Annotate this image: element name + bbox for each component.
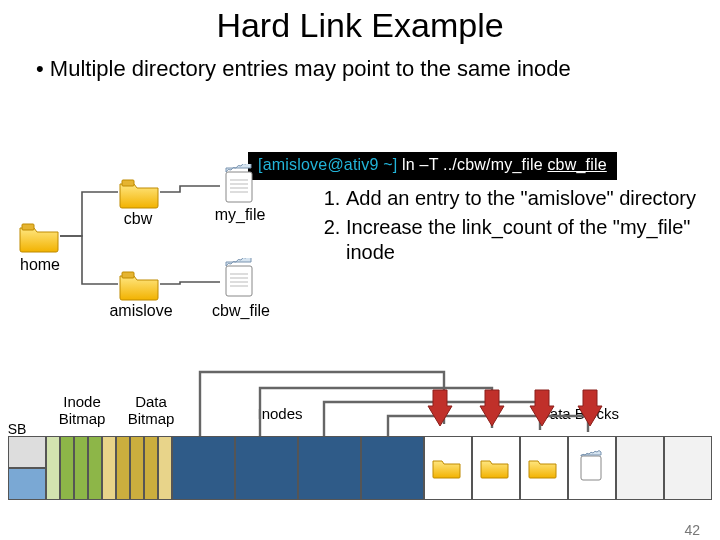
tree-lines <box>18 160 328 360</box>
svg-rect-13 <box>581 456 601 480</box>
file-cbwfile-label: cbw_file <box>208 302 274 320</box>
data-notepad-icon <box>578 450 604 484</box>
disk-layout: SB Inode Bitmap Data Bitmap Inodes Data … <box>8 436 712 500</box>
file-myfile-label: my_file <box>210 206 270 224</box>
data-bitmap-cells <box>102 436 172 500</box>
inode-bitmap-label: Inode Bitmap <box>52 394 112 427</box>
data-block-cells <box>424 436 712 500</box>
data-folder-1-icon <box>432 454 462 480</box>
data-folder-3-icon <box>528 454 558 480</box>
slide-title: Hard Link Example <box>0 6 720 45</box>
terminal-arg: cbw_file <box>547 156 606 173</box>
svg-rect-2 <box>122 272 134 278</box>
folder-home-label: home <box>16 256 64 274</box>
bullet-main: Multiple directory entries may point to … <box>36 55 690 83</box>
terminal-cmd: ln –T ../cbw/my_file <box>397 156 547 173</box>
folder-cbw-label: cbw <box>114 210 162 228</box>
step-2: Increase the link_count of the "my_file"… <box>346 215 700 265</box>
sb-cell <box>8 468 46 500</box>
svg-rect-0 <box>22 224 34 230</box>
inodes-cells <box>172 436 424 500</box>
step-1: Add an entry to the "amislove" directory <box>346 186 700 211</box>
folder-home-icon <box>18 218 60 254</box>
inode-bitmap-cells <box>46 436 102 500</box>
folder-amislove-icon <box>118 266 160 302</box>
file-cbwfile-icon <box>222 258 256 300</box>
data-blocks-label: Data Blocks <box>534 406 624 423</box>
folder-cbw-icon <box>118 174 160 210</box>
svg-rect-8 <box>226 266 252 296</box>
inodes-label: Inodes <box>250 406 310 423</box>
file-myfile-icon <box>222 164 256 206</box>
file-tree: home cbw amislove my_file <box>18 160 328 360</box>
sb-top <box>8 436 46 468</box>
page-number: 42 <box>684 522 700 538</box>
folder-amislove-label: amislove <box>106 302 176 320</box>
data-bitmap-label: Data Bitmap <box>120 394 182 427</box>
svg-rect-1 <box>122 180 134 186</box>
steps-list: Add an entry to the "amislove" directory… <box>320 186 700 269</box>
svg-rect-3 <box>226 172 252 202</box>
data-folder-2-icon <box>480 454 510 480</box>
